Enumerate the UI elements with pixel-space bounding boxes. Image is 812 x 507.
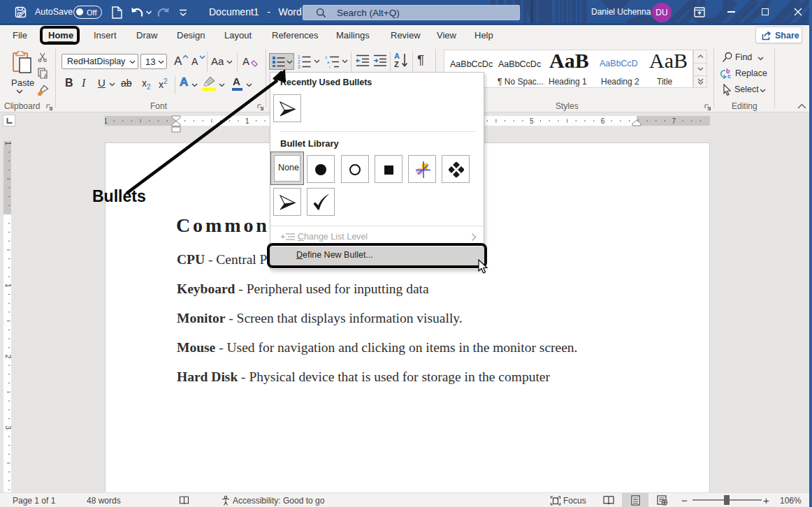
svg-text:6: 6 [601,117,605,125]
svg-text:1: 1 [325,55,328,59]
svg-text:1: 1 [4,141,11,145]
svg-text:3: 3 [4,425,11,429]
svg-text:2: 2 [4,355,11,359]
svg-text:1: 1 [298,54,300,59]
svg-text:i: i [329,65,330,68]
svg-text:7: 7 [672,117,676,125]
svg-text:c: c [727,73,731,80]
svg-text:1: 1 [4,284,11,288]
svg-text:a: a [327,60,330,64]
svg-text:5: 5 [530,117,534,125]
